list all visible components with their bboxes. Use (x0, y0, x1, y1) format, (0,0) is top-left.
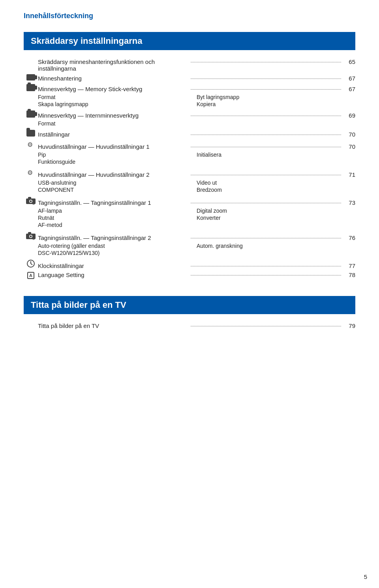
entry-label: Minneshantering (38, 75, 188, 82)
sub-row: Format Byt lagringsmapp (38, 94, 355, 101)
entry-label: Inställningar (38, 131, 188, 138)
entry-label: Tagningsinställn. — Tagningsinställninga… (38, 199, 188, 206)
page-num: 76 (343, 234, 355, 241)
page-num: 79 (343, 322, 355, 329)
page-num: 77 (343, 262, 355, 269)
page-container: Innehållsförteckning Skräddarsy inställn… (0, 0, 379, 354)
sub-col: AF-metod (38, 221, 197, 228)
sub-row: USB-anslutning Video ut (38, 179, 355, 186)
sub-minnesverktyg-memory: Format Byt lagringsmapp Skapa lagringsma… (38, 94, 355, 108)
dots (191, 116, 341, 116)
a-icon: A (27, 272, 34, 279)
icon-memory-cell (24, 74, 38, 81)
camera1-icon: ⚙ (26, 196, 36, 205)
entry-installningar: Inställningar 70 (24, 129, 355, 139)
sub-col: Digital zoom (197, 207, 355, 214)
sub-col: Initialisera (197, 151, 355, 158)
svg-text:⚙: ⚙ (27, 169, 33, 176)
svg-text:⚙: ⚙ (32, 202, 35, 205)
sub-col (197, 158, 355, 165)
dots (191, 79, 341, 79)
dots (191, 326, 341, 326)
svg-point-5 (30, 200, 32, 202)
sub-tagning1: AF-lampa Digital zoom Rutnät Konverter A… (38, 207, 355, 228)
entry-klock: Klockinställningar 77 (24, 258, 355, 270)
dots (191, 147, 341, 147)
page-num: 73 (343, 199, 355, 206)
sub-row: Auto-rotering (gäller endast Autom. gran… (38, 242, 355, 249)
entry-label: Klockinställningar (38, 262, 188, 269)
sub-col: Format (38, 94, 197, 101)
page-num: 69 (343, 112, 355, 119)
dots (191, 135, 341, 135)
entry-label: Minnesverktyg — Internminnesverktyg (38, 112, 188, 119)
sub-col: USB-anslutning (38, 179, 197, 186)
sub-col: DSC-W120/W125/W130) (38, 249, 197, 257)
section2-bar: Titta på bilder på en TV (24, 296, 355, 314)
sub-col: Video ut (197, 179, 355, 186)
entry-label: Titta på bilder på en TV (38, 322, 188, 329)
page-num: 67 (343, 86, 355, 92)
sub-col: Autom. granskning (197, 242, 355, 249)
icon-intern-cell (24, 110, 38, 118)
sub-row: Skapa lagringsmapp Kopiera (38, 101, 355, 108)
sub-row: Funktionsguide (38, 158, 355, 165)
sub-row: AF-lampa Digital zoom (38, 207, 355, 214)
entry-label: Huvudinställningar — Huvudinställningar … (38, 171, 188, 178)
sub-col (197, 221, 355, 228)
entry-language: A Language Setting 78 (24, 270, 355, 280)
icon-wrench2-cell: ⚙ (24, 168, 38, 177)
sub-col: Konverter (197, 214, 355, 221)
icon-clock-cell (24, 259, 38, 268)
sub-tagning2: Auto-rotering (gäller endast Autom. gran… (38, 242, 355, 257)
sub-row: Rutnät Konverter (38, 214, 355, 221)
sub-col: Format (38, 120, 197, 127)
dots (191, 203, 341, 203)
sub-col: Auto-rotering (gäller endast (38, 242, 197, 249)
sub-col: Kopiera (197, 101, 355, 108)
sub-col: Skapa lagringsmapp (38, 101, 197, 108)
entry-label: Minnesverktyg — Memory Stick-verktyg (38, 86, 188, 92)
sub-minnesverktyg-intern: Format (38, 120, 355, 127)
svg-text:⚙: ⚙ (27, 141, 33, 148)
entry-label: Skräddarsy minneshanteringsfunktionen oc… (38, 58, 188, 72)
entry-titta: Titta på bilder på en TV 79 (24, 321, 355, 330)
sub-col: AF-lampa (38, 207, 197, 214)
page-num: 65 (343, 58, 355, 65)
entry-label: Huvudinställningar — Huvudinställningar … (38, 143, 188, 150)
sub-row: AF-metod (38, 221, 355, 228)
clock-icon (26, 259, 35, 268)
svg-line-14 (31, 264, 32, 265)
svg-point-10 (30, 236, 32, 238)
icon-folder-cell (24, 130, 38, 137)
sub-row: Pip Initialisera (38, 151, 355, 158)
page-num: 70 (343, 131, 355, 138)
entry-tagning1: ⚙ Tagningsinställn. — Tagningsinställnin… (24, 195, 355, 207)
sub-huvud2: USB-anslutning Video ut COMPONENT Bredzo… (38, 179, 355, 193)
sub-col: Bredzoom (197, 186, 355, 193)
page-num: 70 (343, 143, 355, 150)
dots (191, 266, 341, 266)
page-num: 71 (343, 171, 355, 178)
wrench2-icon: ⚙ (26, 168, 35, 177)
dots (191, 62, 341, 62)
entry-skraddarsy-intro: Skräddarsy minneshanteringsfunktionen oc… (24, 57, 355, 73)
sub-col: Pip (38, 151, 197, 158)
dots (191, 275, 341, 275)
svg-text:⚙: ⚙ (32, 237, 35, 240)
page-num: 78 (343, 272, 355, 278)
sub-huvud1: Pip Initialisera Funktionsguide (38, 151, 355, 165)
sub-col: Byt lagringsmapp (197, 94, 355, 101)
dots (191, 238, 341, 238)
sub-col: COMPONENT (38, 186, 197, 193)
sub-row: DSC-W120/W125/W130) (38, 249, 355, 257)
sub-row: Format (38, 120, 355, 127)
icon-a-cell: A (24, 272, 38, 279)
entry-label: Tagningsinställn. — Tagningsinställninga… (38, 234, 188, 241)
entry-huvud1: ⚙ Huvudinställningar — Huvudinställninga… (24, 139, 355, 151)
camera2-icon: ⚙ (26, 231, 36, 240)
sub-col (197, 120, 355, 127)
entry-huvud2: ⚙ Huvudinställningar — Huvudinställninga… (24, 167, 355, 179)
entry-minneshantering: Minneshantering 67 (24, 73, 355, 83)
toc-heading: Innehållsförteckning (24, 12, 355, 20)
